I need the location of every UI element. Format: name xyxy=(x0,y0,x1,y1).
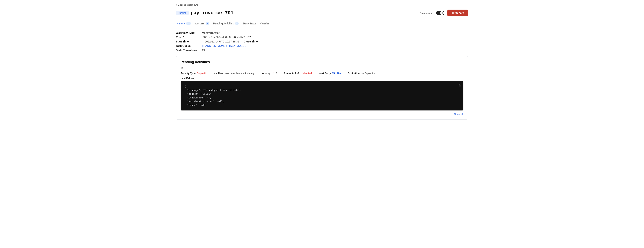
copy-icon[interactable]: ⧉ xyxy=(459,83,461,88)
meta-state-transitions-label: State Transitions: xyxy=(176,49,200,52)
field-last-heartbeat: Last Heartbeat less than a minute ago xyxy=(212,72,255,75)
attempts-left-value: Unlimited xyxy=(301,72,312,75)
meta-run-id-label: Run ID: xyxy=(176,36,200,39)
meta-close-time-label: Close Time: xyxy=(244,40,268,43)
code-content: { "message": "This deposit has failed.",… xyxy=(184,85,460,107)
meta-section: Workflow Type: MoneyTransfer Run ID: d32… xyxy=(176,31,468,52)
terminate-button[interactable]: Terminate xyxy=(448,9,468,16)
show-all-row: Show all xyxy=(180,113,464,116)
meta-times: Start Time: 2022-11-14 UTC 16:57:39.32 C… xyxy=(176,40,468,43)
meta-task-queue-label: Task Queue: xyxy=(176,44,200,47)
meta-workflow-type-value: MoneyTransfer xyxy=(202,31,220,34)
last-heartbeat-label: Last Heartbeat xyxy=(212,72,230,75)
tab-queries-label: Queries xyxy=(260,22,270,25)
tab-stack-trace[interactable]: Stack Trace xyxy=(242,20,260,27)
field-attempt: Attempt ↻ 7 xyxy=(262,72,277,75)
meta-workflow-type-label: Workflow Type: xyxy=(176,31,200,34)
pending-activities-card: Pending Activities 11 Activity Type Depo… xyxy=(176,56,468,120)
meta-state-transitions-value: 19 xyxy=(202,49,205,52)
next-retry-value: 15.148s xyxy=(332,72,341,75)
back-chevron-icon: ‹ xyxy=(176,3,177,6)
tab-pending-activities[interactable]: Pending Activities 1 xyxy=(212,20,242,27)
activity-fields-row: Activity Type Deposit Last Heartbeat les… xyxy=(180,72,464,75)
retry-icon: ↻ xyxy=(272,72,274,75)
toggle-knob: ✕ xyxy=(440,11,444,15)
tab-workers-label: Workers xyxy=(195,22,204,25)
header-left: Running pay-invoice-701 xyxy=(176,10,233,16)
auto-refresh-label: Auto refresh xyxy=(420,12,433,14)
meta-state-transitions: State Transitions: 19 xyxy=(176,49,468,52)
attempt-value: 7 xyxy=(276,72,277,75)
meta-workflow-type: Workflow Type: MoneyTransfer xyxy=(176,31,468,34)
tab-stack-trace-label: Stack Trace xyxy=(242,22,256,25)
expiration-label: Expiration xyxy=(348,72,360,75)
activity-type-value: Deposit xyxy=(197,72,206,75)
show-all-link[interactable]: Show all xyxy=(454,113,464,116)
meta-task-queue: Task Queue: TRANSFER_MONEY_TASK_QUEUE xyxy=(176,44,468,47)
workflow-title: pay-invoice-701 xyxy=(191,10,234,16)
tab-history-badge: 11 xyxy=(186,22,191,25)
field-activity-type: Activity Type Deposit xyxy=(180,72,206,75)
last-failure-label: Last Failure xyxy=(180,77,464,80)
code-block: ⧉ { "message": "This deposit has failed.… xyxy=(180,81,464,111)
field-expiration: Expiration No Expiration xyxy=(348,72,376,75)
back-label: Back to Workflows xyxy=(178,3,198,6)
auto-refresh-toggle[interactable]: ✕ xyxy=(436,11,444,15)
attempts-left-label: Attempts Left xyxy=(284,72,300,75)
field-next-retry: Next Retry 15.148s xyxy=(318,72,341,75)
tab-queries[interactable]: Queries xyxy=(260,20,272,27)
tab-pending-activities-badge: 1 xyxy=(235,22,239,25)
next-retry-label: Next Retry xyxy=(318,72,331,75)
header-row: Running pay-invoice-701 Auto refresh ✕ T… xyxy=(176,9,468,16)
activity-type-label: Activity Type xyxy=(180,72,196,75)
last-heartbeat-value: less than a minute ago xyxy=(231,72,255,75)
status-badge: Running xyxy=(176,11,188,15)
activity-number: 11 xyxy=(180,67,464,70)
pending-activities-title: Pending Activities xyxy=(180,60,464,64)
meta-task-queue-value[interactable]: TRANSFER_MONEY_TASK_QUEUE xyxy=(202,44,246,47)
tab-history-label: History xyxy=(177,22,185,25)
attempt-label: Attempt xyxy=(262,72,271,75)
tab-history[interactable]: History 11 xyxy=(176,20,194,27)
toggle-x-icon: ✕ xyxy=(442,12,443,14)
tab-workers-badge: 2 xyxy=(206,22,210,25)
tab-pending-activities-label: Pending Activities xyxy=(213,22,234,25)
tabs-bar: History 11 Workers 2 Pending Activities … xyxy=(176,20,468,27)
tab-workers[interactable]: Workers 2 xyxy=(194,20,212,27)
meta-start-time-value: 2022-11-14 UTC 16:57:39.32 xyxy=(205,40,239,43)
expiration-value: No Expiration xyxy=(361,72,376,75)
header-right: Auto refresh ✕ Terminate xyxy=(420,9,468,16)
field-attempts-left: Attempts Left Unlimited xyxy=(284,72,312,75)
meta-run-id: Run ID: d321c45e-c0b8-4dd8-a8cb-8dcbf2c7… xyxy=(176,36,468,39)
meta-start-time-label: Start Time: xyxy=(176,40,200,43)
back-to-workflows-link[interactable]: ‹ Back to Workflows xyxy=(176,3,468,6)
meta-run-id-value: d321c45e-c0b8-4dd8-a8cb-8dcbf2c7d137 xyxy=(202,36,251,39)
